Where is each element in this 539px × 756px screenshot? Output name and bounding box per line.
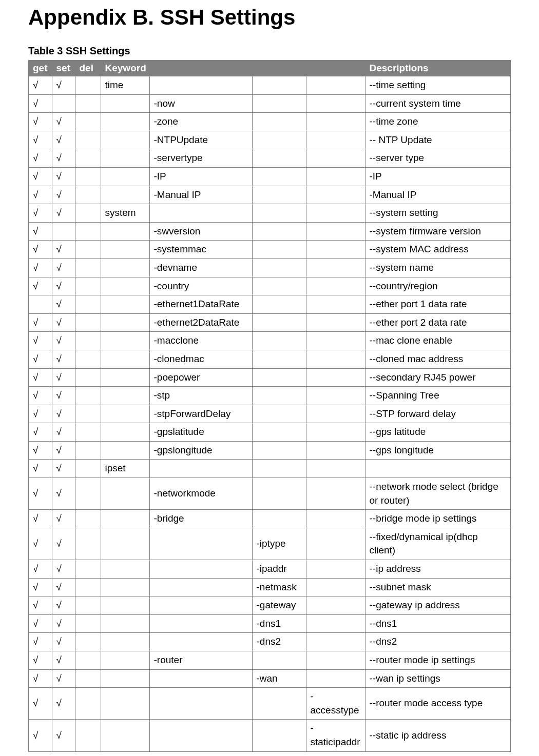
cell-keyword-4 (306, 204, 365, 223)
cell-keyword-2 (149, 596, 252, 615)
th-descriptions: Descriptions (365, 61, 511, 76)
cell-keyword-3 (252, 277, 306, 295)
cell-set: √ (52, 651, 75, 670)
table-row: √√-systemmac--system MAC address (29, 241, 511, 259)
cell-keyword-1 (101, 387, 149, 405)
cell-set: √ (52, 258, 75, 277)
cell-del (75, 478, 101, 510)
table-row: √√-macclone--mac clone enable (29, 332, 511, 350)
cell-keyword-2: -servertype (149, 149, 252, 168)
cell-description: -Manual IP (365, 186, 511, 204)
table-row: √√-ipaddr--ip address (29, 560, 511, 579)
cell-get: √ (29, 313, 52, 332)
cell-keyword-3 (252, 720, 306, 751)
cell-keyword-4 (306, 368, 365, 387)
cell-get: √ (29, 441, 52, 460)
cell-keyword-4 (306, 332, 365, 350)
cell-keyword-3 (252, 295, 306, 314)
cell-keyword-3 (252, 441, 306, 460)
cell-keyword-2 (149, 578, 252, 596)
cell-keyword-3 (252, 387, 306, 405)
cell-keyword-4 (306, 387, 365, 405)
cell-set: √ (52, 167, 75, 186)
cell-keyword-2 (149, 460, 252, 478)
cell-keyword-4 (306, 94, 365, 113)
cell-keyword-4: -staticipaddr (306, 720, 365, 751)
cell-keyword-4 (306, 76, 365, 95)
cell-get: √ (29, 113, 52, 131)
cell-keyword-2: -country (149, 277, 252, 295)
cell-set: √ (52, 332, 75, 350)
cell-keyword-4 (306, 578, 365, 596)
table-row: √√-accesstype--router mode access type (29, 688, 511, 720)
cell-keyword-2: -NTPUpdate (149, 131, 252, 149)
cell-del (75, 633, 101, 651)
cell-keyword-3 (252, 186, 306, 204)
cell-keyword-3: -wan (252, 669, 306, 688)
cell-keyword-4 (306, 222, 365, 241)
cell-set: √ (52, 460, 75, 478)
cell-description: --mac clone enable (365, 332, 511, 350)
cell-description: --system name (365, 258, 511, 277)
table-header-row: get set del Keyword Descriptions (29, 61, 511, 76)
cell-del (75, 350, 101, 368)
cell-keyword-4 (306, 423, 365, 442)
cell-set: √ (52, 528, 75, 560)
cell-keyword-4 (306, 633, 365, 651)
cell-keyword-1 (101, 222, 149, 241)
cell-description: --system setting (365, 204, 511, 223)
cell-get: √ (29, 94, 52, 113)
cell-get: √ (29, 578, 52, 596)
cell-keyword-3: -netmask (252, 578, 306, 596)
cell-get: √ (29, 368, 52, 387)
table-row: √√-NTPUpdate-- NTP Update (29, 131, 511, 149)
cell-set: √ (52, 76, 75, 95)
cell-keyword-1 (101, 596, 149, 615)
cell-del (75, 186, 101, 204)
cell-set: √ (52, 510, 75, 528)
th-get: get (29, 61, 52, 76)
cell-keyword-1 (101, 669, 149, 688)
table-row: √√-zone--time zone (29, 113, 511, 131)
cell-del (75, 596, 101, 615)
cell-keyword-2 (149, 528, 252, 560)
cell-keyword-1 (101, 167, 149, 186)
cell-keyword-4 (306, 313, 365, 332)
cell-description: --gps latitude (365, 423, 511, 442)
cell-keyword-1 (101, 560, 149, 579)
cell-keyword-3 (252, 651, 306, 670)
cell-keyword-3 (252, 405, 306, 423)
cell-keyword-4 (306, 560, 365, 579)
cell-set: √ (52, 387, 75, 405)
cell-keyword-4 (306, 460, 365, 478)
cell-get: √ (29, 387, 52, 405)
cell-del (75, 313, 101, 332)
cell-keyword-3 (252, 313, 306, 332)
cell-set: √ (52, 633, 75, 651)
cell-description: --gateway ip address (365, 596, 511, 615)
cell-del (75, 277, 101, 295)
cell-keyword-4 (306, 295, 365, 314)
cell-description: --STP forward delay (365, 405, 511, 423)
cell-set: √ (52, 113, 75, 131)
cell-get: √ (29, 222, 52, 241)
table-row: √√time--time setting (29, 76, 511, 95)
cell-keyword-1 (101, 368, 149, 387)
cell-get: √ (29, 350, 52, 368)
cell-get: √ (29, 423, 52, 442)
cell-del (75, 441, 101, 460)
cell-keyword-1 (101, 149, 149, 168)
cell-description: --static ip address (365, 720, 511, 751)
cell-set (52, 94, 75, 113)
cell-keyword-1 (101, 441, 149, 460)
cell-description (365, 460, 511, 478)
cell-keyword-4 (306, 651, 365, 670)
cell-keyword-2: -Manual IP (149, 186, 252, 204)
cell-keyword-4 (306, 405, 365, 423)
cell-keyword-3 (252, 94, 306, 113)
cell-description: --dns2 (365, 633, 511, 651)
cell-description: --system firmware version (365, 222, 511, 241)
cell-keyword-1 (101, 332, 149, 350)
cell-del (75, 387, 101, 405)
cell-keyword-3 (252, 510, 306, 528)
